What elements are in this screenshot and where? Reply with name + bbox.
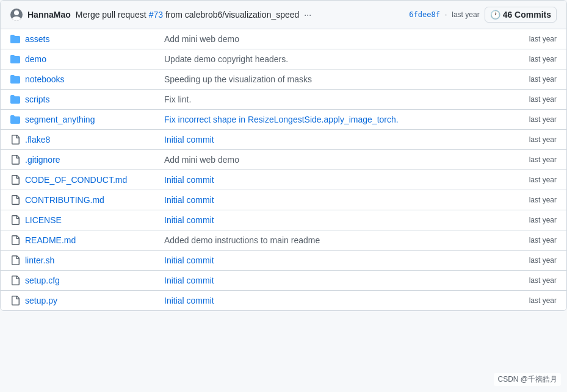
table-row: CONTRIBUTING.mdInitial commitlast year [1,190,566,210]
table-row: .flake8Initial commitlast year [1,130,566,150]
file-commit-message: Initial commit [164,215,503,225]
file-name: LICENSE [25,215,159,225]
commit-time: last year [452,10,479,19]
file-name-link[interactable]: linter.sh [25,255,54,265]
file-name: linter.sh [25,255,159,265]
file-name: CODE_OF_CONDUCT.md [25,175,159,185]
file-name: .flake8 [25,135,159,144]
svg-point-0 [14,10,19,15]
file-name-link[interactable]: setup.py [25,296,57,305]
file-name: CONTRIBUTING.md [25,195,159,205]
file-icon [10,255,20,265]
file-name-link[interactable]: setup.cfg [25,276,60,285]
file-commit-message: Update demo copyright headers. [164,54,503,64]
folder-icon [10,34,20,44]
file-name-link[interactable]: segment_anything [25,115,95,124]
file-commit-message: Initial commit [164,276,503,285]
table-row: linter.shInitial commitlast year [1,251,566,271]
file-name: segment_anything [25,115,159,124]
file-name-link[interactable]: demo [25,54,46,64]
file-icon [10,195,20,205]
file-icon [10,296,20,305]
file-name-link[interactable]: .gitignore [25,155,60,165]
file-commit-message: Fix incorrect shape in ResizeLongestSide… [164,115,503,124]
table-row: README.mdAdded demo instructions to main… [1,230,566,251]
file-commit-message: Add mini web demo [164,155,503,165]
file-time: last year [508,35,557,43]
commit-author[interactable]: HannaMao [27,10,71,20]
file-name-link[interactable]: CODE_OF_CONDUCT.md [25,175,127,185]
repo-file-browser: HannaMao Merge pull request #73 from cal… [0,0,567,311]
commit-link[interactable]: Initial commit [164,255,214,265]
commits-button[interactable]: 🕐 46 Commits [485,7,557,23]
commit-message-suffix: from calebrob6/visualization_speed [163,10,299,20]
file-time: last year [508,276,557,285]
commit-hash[interactable]: 6fdee8f [409,10,440,19]
file-commit-message: Add mini web demo [164,34,503,44]
file-name-link[interactable]: notebooks [25,74,65,84]
commit-header: HannaMao Merge pull request #73 from cal… [1,1,566,29]
file-time: last year [508,155,557,164]
file-commit-message: Speeding up the visualization of masks [164,74,503,84]
file-name: .gitignore [25,155,159,165]
commit-link[interactable]: Initial commit [164,195,214,205]
file-time: last year [508,256,557,265]
commit-message-text: Merge pull request [76,10,149,20]
pr-link[interactable]: #73 [149,10,163,20]
file-name-link[interactable]: CONTRIBUTING.md [25,195,104,205]
file-time: last year [508,196,557,204]
file-icon [10,135,20,144]
table-row: segment_anythingFix incorrect shape in R… [1,110,566,130]
file-name-link[interactable]: README.md [25,235,76,245]
file-time: last year [508,135,557,144]
commit-link[interactable]: Initial commit [164,215,214,225]
commits-count: 46 Commits [503,10,551,20]
table-row: assetsAdd mini web demolast year [1,29,566,49]
svg-point-1 [12,16,21,21]
commit-dots: ··· [304,10,311,20]
header-sep: · [445,10,447,19]
table-row: setup.pyInitial commitlast year [1,291,566,310]
file-time: last year [508,75,557,84]
file-time: last year [508,55,557,63]
file-name-link[interactable]: LICENSE [25,215,62,225]
file-name: demo [25,54,159,64]
file-name: scripts [25,94,159,104]
file-commit-message: Initial commit [164,296,503,305]
file-time: last year [508,95,557,104]
file-commit-message: Fix lint. [164,94,503,104]
table-row: setup.cfgInitial commitlast year [1,271,566,291]
commit-link[interactable]: Fix incorrect shape in ResizeLongestSide… [164,115,399,124]
commit-link[interactable]: Initial commit [164,296,214,305]
file-commit-message: Added demo instructions to main readme [164,235,503,245]
file-icon [10,175,20,185]
file-name: setup.cfg [25,276,159,285]
avatar [10,9,23,21]
commit-link[interactable]: Initial commit [164,276,214,285]
file-commit-message: Initial commit [164,135,503,144]
file-name: assets [25,34,159,44]
table-row: LICENSEInitial commitlast year [1,210,566,230]
file-list: assetsAdd mini web demolast yeardemoUpda… [1,29,566,310]
file-time: last year [508,176,557,184]
file-commit-message: Initial commit [164,255,503,265]
file-time: last year [508,296,557,305]
file-icon [10,276,20,285]
file-name: README.md [25,235,159,245]
file-name-link[interactable]: scripts [25,94,49,104]
table-row: scriptsFix lint.last year [1,90,566,110]
file-time: last year [508,216,557,224]
folder-icon [10,115,20,124]
file-name: notebooks [25,74,159,84]
commit-link[interactable]: Initial commit [164,135,214,144]
table-row: notebooksSpeeding up the visualization o… [1,69,566,90]
file-icon [10,235,20,245]
file-name-link[interactable]: assets [25,34,49,44]
file-commit-message: Initial commit [164,175,503,185]
commit-message: Merge pull request #73 from calebrob6/vi… [76,10,300,20]
file-name-link[interactable]: .flake8 [25,135,50,144]
folder-icon [10,54,20,64]
file-commit-message: Initial commit [164,195,503,205]
commit-link[interactable]: Initial commit [164,175,214,185]
table-row: .gitignoreAdd mini web demolast year [1,150,566,170]
